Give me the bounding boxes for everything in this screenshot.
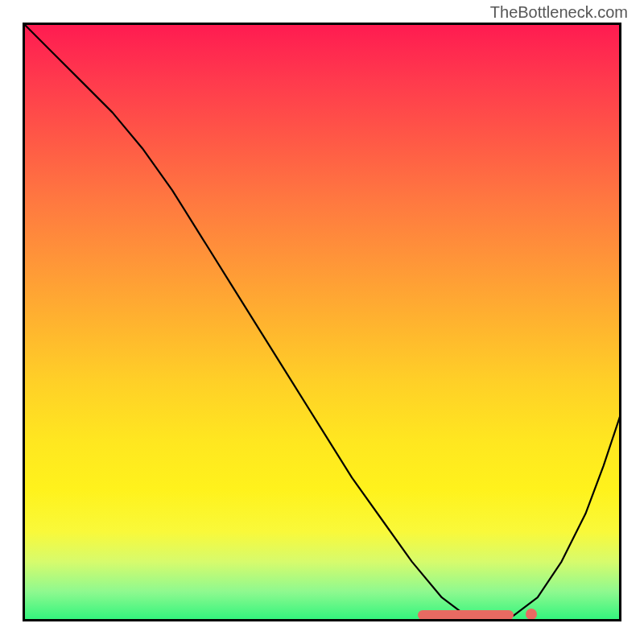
optimal-range-marker <box>418 610 514 620</box>
plot-area <box>23 23 621 621</box>
bottleneck-curve <box>23 23 621 621</box>
watermark-text: TheBottleneck.com <box>490 3 628 22</box>
